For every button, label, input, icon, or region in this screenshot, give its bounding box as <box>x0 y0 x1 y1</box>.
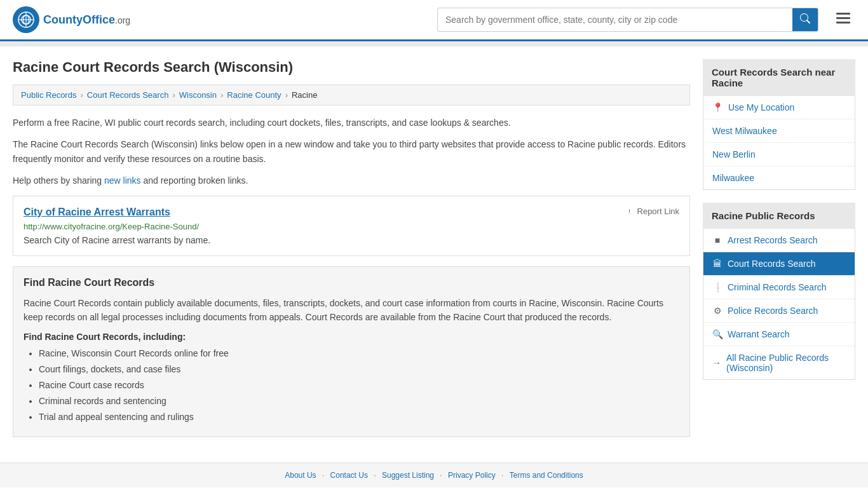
site-footer: About Us · Contact Us · Suggest Listing … <box>0 463 868 487</box>
breadcrumb-racine-county[interactable]: Racine County <box>227 90 281 100</box>
record-description: Search City of Racine arrest warrants by… <box>24 235 679 245</box>
sidebar-item-police-records[interactable]: ⚙ Police Records Search <box>703 299 855 323</box>
sidebar-location-west-milwaukee[interactable]: West Milwaukee <box>703 119 855 143</box>
footer-privacy-policy[interactable]: Privacy Policy <box>448 471 496 480</box>
breadcrumb-wisconsin[interactable]: Wisconsin <box>179 90 217 100</box>
find-section: Find Racine Court Records Racine Court R… <box>13 266 690 438</box>
list-item: Racine, Wisconsin Court Records online f… <box>39 347 679 360</box>
breadcrumb-public-records[interactable]: Public Records <box>21 90 76 100</box>
sidebar-item-all-public-records[interactable]: → All Racine Public Records (Wisconsin) <box>703 346 855 379</box>
sidebar-item-criminal-records[interactable]: ❕ Criminal Records Search <box>703 276 855 299</box>
sidebar-item-arrest-records[interactable]: ■ Arrest Records Search <box>703 229 855 252</box>
report-link-button[interactable]: Report Link <box>625 207 679 217</box>
site-logo[interactable]: CountyOffice.org <box>13 6 130 33</box>
footer-terms-conditions[interactable]: Terms and Conditions <box>510 471 583 480</box>
record-title-link[interactable]: City of Racine Arrest Warrants <box>24 207 170 218</box>
warrant-search-icon: 🔍 <box>712 329 722 339</box>
description-2: The Racine Court Records Search (Wiscons… <box>13 137 690 166</box>
record-url-link[interactable]: http://www.cityofracine.org/Keep-Racine-… <box>24 222 679 231</box>
sub-header-bar <box>0 41 868 46</box>
breadcrumb-sep-1: › <box>80 90 83 100</box>
police-records-icon: ⚙ <box>712 306 722 316</box>
logo-text: CountyOffice <box>43 13 115 26</box>
find-list: Racine, Wisconsin Court Records online f… <box>24 347 679 424</box>
sidebar-item-warrant-search[interactable]: 🔍 Warrant Search <box>703 323 855 346</box>
main-container: Racine Court Records Search (Wisconsin) … <box>0 46 868 450</box>
svg-rect-7 <box>836 22 850 24</box>
court-records-icon: 🏛 <box>712 259 722 269</box>
record-card: Report Link City of Racine Arrest Warran… <box>13 196 690 256</box>
content-area: Racine Court Records Search (Wisconsin) … <box>13 59 690 437</box>
breadcrumb-court-records-search[interactable]: Court Records Search <box>87 90 169 100</box>
site-header: CountyOffice.org <box>0 0 868 41</box>
svg-rect-6 <box>836 17 850 19</box>
list-item: Racine Court case records <box>39 379 679 392</box>
sidebar-item-court-records[interactable]: 🏛 Court Records Search <box>703 252 855 276</box>
sidebar-public-records-section: Racine Public Records ■ Arrest Records S… <box>703 203 855 380</box>
description-1: Perform a free Racine, WI public court r… <box>13 116 690 130</box>
footer-about-us[interactable]: About Us <box>285 471 316 480</box>
sidebar-nearby-section: Court Records Search near Racine 📍 Use M… <box>703 59 855 190</box>
list-item: Trial and appeal sentencing and rulings <box>39 410 679 424</box>
sidebar-public-records-title: Racine Public Records <box>703 203 855 229</box>
sidebar-nearby-title: Court Records Search near Racine <box>703 59 855 96</box>
footer-suggest-listing[interactable]: Suggest Listing <box>382 471 434 480</box>
svg-rect-5 <box>836 13 850 15</box>
location-pin-icon: 📍 <box>712 102 723 112</box>
sidebar-public-records-list: ■ Arrest Records Search 🏛 Court Records … <box>703 229 855 380</box>
sidebar: Court Records Search near Racine 📍 Use M… <box>703 59 855 437</box>
breadcrumb-sep-2: › <box>172 90 175 100</box>
breadcrumb-racine: Racine <box>292 90 317 100</box>
arrest-records-icon: ■ <box>712 235 722 245</box>
sidebar-location-milwaukee[interactable]: Milwaukee <box>703 166 855 189</box>
find-section-description: Racine Court Records contain publicly av… <box>24 296 679 325</box>
sidebar-location-new-berlin[interactable]: New Berlin <box>703 143 855 166</box>
search-input[interactable] <box>438 10 792 30</box>
search-button[interactable] <box>792 8 818 31</box>
new-links-link[interactable]: new links <box>104 175 141 186</box>
breadcrumb: Public Records › Court Records Search › … <box>13 85 690 105</box>
footer-contact-us[interactable]: Contact Us <box>330 471 368 480</box>
find-including-label: Find Racine Court Records, including: <box>24 332 679 342</box>
search-bar <box>437 8 818 32</box>
find-section-title: Find Racine Court Records <box>24 277 679 288</box>
sidebar-use-location[interactable]: 📍 Use My Location <box>703 96 855 119</box>
all-records-icon: → <box>712 358 721 368</box>
sidebar-nearby-list: 📍 Use My Location West Milwaukee New Ber… <box>703 96 855 190</box>
hamburger-menu-button[interactable] <box>831 9 855 30</box>
breadcrumb-sep-3: › <box>220 90 223 100</box>
criminal-records-icon: ❕ <box>712 282 722 292</box>
page-title: Racine Court Records Search (Wisconsin) <box>13 59 690 76</box>
logo-suffix: .org <box>115 15 130 25</box>
list-item: Court filings, dockets, and case files <box>39 363 679 376</box>
list-item: Criminal records and sentencing <box>39 395 679 408</box>
breadcrumb-sep-4: › <box>285 90 288 100</box>
description-3: Help others by sharing new links and rep… <box>13 173 690 187</box>
logo-icon <box>13 6 39 33</box>
